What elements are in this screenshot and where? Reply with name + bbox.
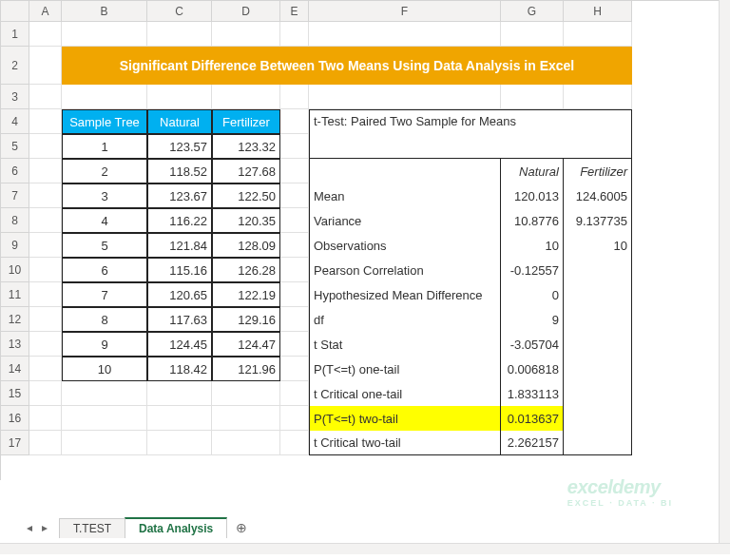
tab-nav-arrows[interactable]: ◂ ▸: [23, 521, 59, 534]
cell[interactable]: [29, 357, 62, 381]
cell[interactable]: [280, 282, 309, 307]
cell[interactable]: [212, 22, 280, 47]
row-header[interactable]: 3: [1, 85, 29, 109]
cell[interactable]: [280, 134, 309, 159]
cell[interactable]: [280, 332, 309, 357]
row-header[interactable]: 14: [1, 357, 29, 381]
ttest-label: t Stat: [309, 332, 501, 357]
cell[interactable]: [147, 22, 212, 47]
cell[interactable]: [212, 431, 280, 455]
cell[interactable]: [62, 381, 147, 406]
cell[interactable]: [280, 307, 309, 332]
row-header[interactable]: 10: [1, 258, 29, 282]
row-header[interactable]: 1: [1, 22, 29, 47]
cell[interactable]: [309, 85, 501, 109]
cell[interactable]: [564, 85, 632, 109]
tab-data-analysis[interactable]: Data Analysis: [125, 517, 227, 538]
column-header[interactable]: A: [29, 1, 62, 22]
cell[interactable]: [29, 282, 62, 307]
row-header[interactable]: 6: [1, 159, 29, 183]
cell[interactable]: [29, 22, 62, 47]
spreadsheet-grid[interactable]: ABCDEFGH12Significant Difference Between…: [0, 0, 730, 480]
column-header[interactable]: H: [564, 1, 632, 22]
cell[interactable]: [147, 406, 212, 431]
cell[interactable]: [29, 134, 62, 159]
row-header[interactable]: 16: [1, 406, 29, 431]
cell[interactable]: [29, 332, 62, 357]
cell[interactable]: [280, 183, 309, 208]
cell[interactable]: [29, 159, 62, 183]
table-cell-fertilizer: 121.96: [212, 357, 280, 381]
table-cell-natural: 115.16: [147, 258, 212, 282]
row-header[interactable]: 4: [1, 109, 29, 134]
row-header[interactable]: 13: [1, 332, 29, 357]
cell[interactable]: [29, 85, 62, 109]
cell[interactable]: [147, 431, 212, 455]
row-header[interactable]: 9: [1, 233, 29, 258]
cell[interactable]: [147, 381, 212, 406]
cell[interactable]: [280, 406, 309, 431]
ttest-col-natural: Natural: [501, 159, 564, 183]
row-header[interactable]: 12: [1, 307, 29, 332]
cell[interactable]: [309, 22, 501, 47]
cell[interactable]: [62, 406, 147, 431]
cell[interactable]: [280, 208, 309, 233]
cell[interactable]: [29, 109, 62, 134]
cell[interactable]: [62, 85, 147, 109]
cell[interactable]: [29, 47, 62, 85]
row-header[interactable]: 7: [1, 183, 29, 208]
column-header[interactable]: B: [62, 1, 147, 22]
cell[interactable]: [501, 22, 564, 47]
cell[interactable]: [212, 381, 280, 406]
cell[interactable]: [564, 22, 632, 47]
ttest-value: 10: [501, 233, 564, 258]
cell[interactable]: [29, 431, 62, 455]
vertical-scrollbar[interactable]: [719, 0, 730, 543]
cell[interactable]: [280, 258, 309, 282]
tab-ttest[interactable]: T.TEST: [59, 518, 125, 538]
column-header[interactable]: F: [309, 1, 501, 22]
tab-next-icon[interactable]: ▸: [38, 521, 51, 534]
horizontal-scrollbar[interactable]: [0, 543, 730, 554]
cell[interactable]: [29, 258, 62, 282]
cell[interactable]: [29, 233, 62, 258]
ttest-value: 1.833113: [501, 381, 564, 406]
cell[interactable]: [280, 109, 309, 134]
column-header[interactable]: C: [147, 1, 212, 22]
cell[interactable]: [29, 208, 62, 233]
row-header[interactable]: 15: [1, 381, 29, 406]
table-header: Fertilizer: [212, 109, 280, 134]
column-header[interactable]: D: [212, 1, 280, 22]
cell[interactable]: [280, 381, 309, 406]
cell[interactable]: [280, 22, 309, 47]
column-header[interactable]: G: [501, 1, 564, 22]
cell[interactable]: [280, 357, 309, 381]
tab-prev-icon[interactable]: ◂: [23, 521, 36, 534]
table-header: Natural: [147, 109, 212, 134]
cell[interactable]: [62, 22, 147, 47]
cell[interactable]: [29, 183, 62, 208]
row-header[interactable]: 11: [1, 282, 29, 307]
cell[interactable]: [280, 431, 309, 455]
add-sheet-button[interactable]: ⊕: [226, 520, 257, 535]
cell[interactable]: [29, 307, 62, 332]
column-header[interactable]: E: [280, 1, 309, 22]
cell[interactable]: [280, 85, 309, 109]
select-all-corner[interactable]: [1, 1, 29, 22]
ttest-label: df: [309, 307, 501, 332]
cell[interactable]: [29, 381, 62, 406]
cell[interactable]: [29, 406, 62, 431]
cell[interactable]: [212, 406, 280, 431]
cell[interactable]: [280, 159, 309, 183]
cell[interactable]: [212, 85, 280, 109]
row-header[interactable]: 5: [1, 134, 29, 159]
row-header[interactable]: 2: [1, 47, 29, 85]
table-cell-fertilizer: 126.28: [212, 258, 280, 282]
cell[interactable]: [147, 85, 212, 109]
ttest-value: -3.05704: [501, 332, 564, 357]
row-header[interactable]: 8: [1, 208, 29, 233]
row-header[interactable]: 17: [1, 431, 29, 455]
cell[interactable]: [62, 431, 147, 455]
cell[interactable]: [501, 85, 564, 109]
cell[interactable]: [280, 233, 309, 258]
